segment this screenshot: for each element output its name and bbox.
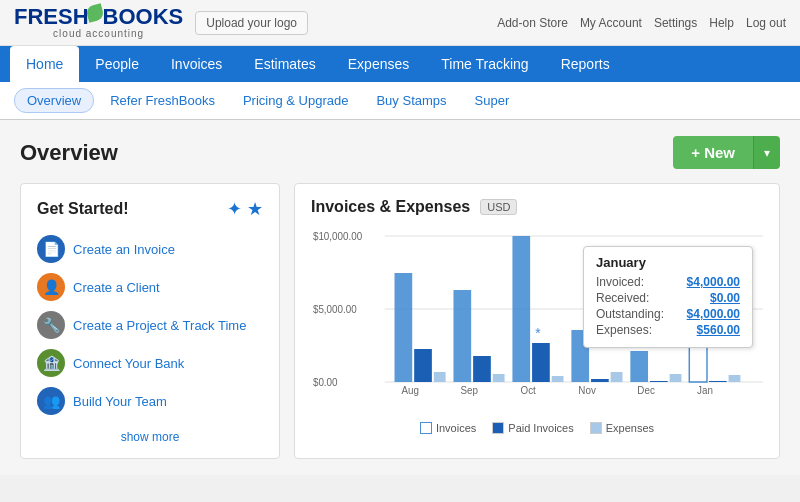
subnav-super[interactable]: Super <box>463 89 522 112</box>
tooltip-expenses-label: Expenses: <box>596 323 652 337</box>
overview-header: Overview + New ▾ <box>20 136 780 169</box>
svg-text:*: * <box>535 325 541 341</box>
svg-text:Dec: Dec <box>637 385 655 396</box>
top-bar: FRESH BOOKS cloud accounting Upload your… <box>0 0 800 46</box>
list-item: 🔧 Create a Project & Track Time <box>37 306 263 344</box>
logo: FRESH BOOKS cloud accounting <box>14 6 183 39</box>
subnav-pricing[interactable]: Pricing & Upgrade <box>231 89 361 112</box>
new-dropdown-button[interactable]: ▾ <box>753 136 780 169</box>
sub-nav: Overview Refer FreshBooks Pricing & Upgr… <box>0 82 800 120</box>
legend-invoices: Invoices <box>420 422 476 434</box>
svg-rect-10 <box>473 356 491 382</box>
svg-text:Sep: Sep <box>460 385 478 396</box>
tooltip-outstanding: Outstanding: $4,000.00 <box>596 307 740 321</box>
build-team-link[interactable]: Build Your Team <box>73 394 167 409</box>
tooltip-expenses: Expenses: $560.00 <box>596 323 740 337</box>
nav-item-expenses[interactable]: Expenses <box>332 46 425 82</box>
svg-text:Oct: Oct <box>521 385 537 396</box>
tooltip-invoiced: Invoiced: $4,000.00 <box>596 275 740 289</box>
logo-subtitle: cloud accounting <box>53 28 144 39</box>
logo-area: FRESH BOOKS cloud accounting Upload your… <box>14 6 308 39</box>
client-icon: 👤 <box>37 273 65 301</box>
logo-fresh: FRESH <box>14 6 89 28</box>
svg-rect-11 <box>493 374 505 382</box>
subnav-stamps[interactable]: Buy Stamps <box>364 89 458 112</box>
project-icon: 🔧 <box>37 311 65 339</box>
svg-rect-18 <box>611 372 623 382</box>
logo-books: BOOKS <box>103 6 184 28</box>
svg-rect-13 <box>532 343 550 382</box>
chart-tooltip: January Invoiced: $4,000.00 Received: $0… <box>583 246 753 348</box>
svg-text:$0.00: $0.00 <box>313 377 338 388</box>
stars-icon: ✦ ★ <box>227 198 263 220</box>
create-project-link[interactable]: Create a Project & Track Time <box>73 318 246 333</box>
nav-item-home[interactable]: Home <box>10 46 79 82</box>
tooltip-outstanding-label: Outstanding: <box>596 307 664 321</box>
create-client-link[interactable]: Create a Client <box>73 280 160 295</box>
list-item: 👤 Create a Client <box>37 268 263 306</box>
new-button-group: + New ▾ <box>673 136 780 169</box>
settings-link[interactable]: Settings <box>654 16 697 30</box>
get-started-title: Get Started! <box>37 200 129 218</box>
upload-logo-button[interactable]: Upload your logo <box>195 11 308 35</box>
chart-title: Invoices & Expenses <box>311 198 470 216</box>
connect-bank-link[interactable]: Connect Your Bank <box>73 356 184 371</box>
legend-expenses-label: Expenses <box>606 422 654 434</box>
svg-rect-14 <box>552 376 564 382</box>
tooltip-expenses-value: $560.00 <box>697 323 740 337</box>
list-item: 📄 Create an Invoice <box>37 230 263 268</box>
logout-link[interactable]: Log out <box>746 16 786 30</box>
show-more-link[interactable]: show more <box>37 430 263 444</box>
page-title: Overview <box>20 140 118 166</box>
chart-legend: Invoices Paid Invoices Expenses <box>311 422 763 434</box>
nav-item-reports[interactable]: Reports <box>545 46 626 82</box>
legend-invoices-label: Invoices <box>436 422 476 434</box>
tooltip-received-value: $0.00 <box>710 291 740 305</box>
legend-paid: Paid Invoices <box>492 422 573 434</box>
subnav-overview[interactable]: Overview <box>14 88 94 113</box>
list-item: 🏦 Connect Your Bank <box>37 344 263 382</box>
top-nav-links: Add-on Store My Account Settings Help Lo… <box>497 16 786 30</box>
tooltip-received-label: Received: <box>596 291 649 305</box>
chart-header: Invoices & Expenses USD <box>311 198 763 216</box>
tooltip-month: January <box>596 255 740 270</box>
main-nav: Home People Invoices Estimates Expenses … <box>0 46 800 82</box>
svg-rect-23 <box>709 381 727 382</box>
list-item: 👥 Build Your Team <box>37 382 263 420</box>
my-account-link[interactable]: My Account <box>580 16 642 30</box>
legend-invoices-box <box>420 422 432 434</box>
addon-store-link[interactable]: Add-on Store <box>497 16 568 30</box>
bank-icon: 🏦 <box>37 349 65 377</box>
svg-rect-24 <box>729 375 741 382</box>
nav-item-people[interactable]: People <box>79 46 155 82</box>
tooltip-received: Received: $0.00 <box>596 291 740 305</box>
invoice-icon: 📄 <box>37 235 65 263</box>
new-button[interactable]: + New <box>673 136 753 169</box>
chart-card: Invoices & Expenses USD $10,000.00 $5,00… <box>294 183 780 459</box>
svg-text:Nov: Nov <box>578 385 596 396</box>
svg-text:$10,000.00: $10,000.00 <box>313 231 363 242</box>
svg-text:Jan: Jan <box>697 385 713 396</box>
logo-text: FRESH BOOKS <box>14 6 183 28</box>
tooltip-invoiced-value: $4,000.00 <box>687 275 740 289</box>
svg-rect-19 <box>630 351 648 382</box>
svg-text:Aug: Aug <box>402 385 419 396</box>
currency-badge: USD <box>480 199 517 215</box>
action-list: 📄 Create an Invoice 👤 Create a Client 🔧 … <box>37 230 263 420</box>
help-link[interactable]: Help <box>709 16 734 30</box>
svg-rect-6 <box>395 273 413 382</box>
get-started-card: Get Started! ✦ ★ 📄 Create an Invoice 👤 C… <box>20 183 280 459</box>
content-area: Overview + New ▾ Get Started! ✦ ★ 📄 Crea… <box>0 120 800 475</box>
chart-area: $10,000.00 $5,000.00 $0.00 <box>311 226 763 416</box>
nav-item-time-tracking[interactable]: Time Tracking <box>425 46 544 82</box>
legend-paid-label: Paid Invoices <box>508 422 573 434</box>
team-icon: 👥 <box>37 387 65 415</box>
svg-rect-12 <box>512 236 530 382</box>
svg-rect-17 <box>591 379 609 382</box>
nav-item-estimates[interactable]: Estimates <box>238 46 331 82</box>
create-invoice-link[interactable]: Create an Invoice <box>73 242 175 257</box>
subnav-refer[interactable]: Refer FreshBooks <box>98 89 227 112</box>
nav-item-invoices[interactable]: Invoices <box>155 46 238 82</box>
legend-expenses: Expenses <box>590 422 654 434</box>
svg-rect-21 <box>670 374 682 382</box>
